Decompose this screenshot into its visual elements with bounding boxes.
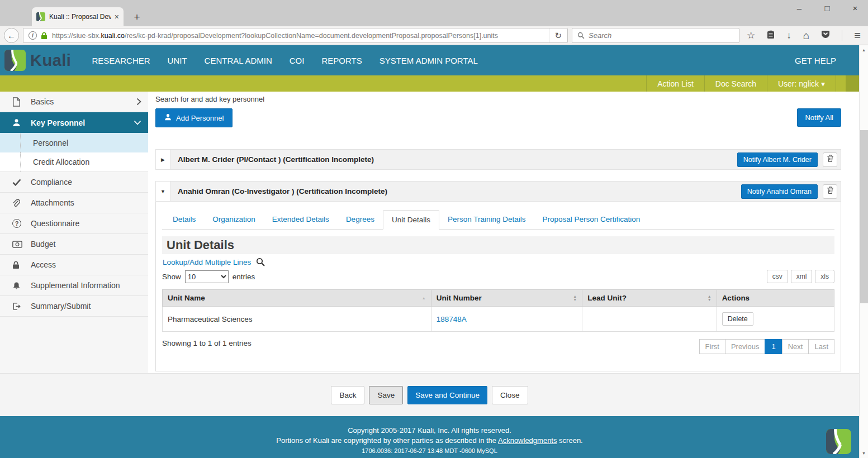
vertical-scrollbar[interactable]: ▲ ▼ xyxy=(859,45,868,458)
lead-unit-cell xyxy=(582,307,717,332)
person-tabs: Details Organization Extended Details De… xyxy=(162,210,834,230)
column-header-unit-name[interactable]: Unit Name▲ xyxy=(163,290,431,307)
page-info-icon[interactable]: i xyxy=(29,31,37,40)
save-and-continue-button[interactable]: Save and Continue xyxy=(407,386,487,404)
unit-details-heading: Unit Details xyxy=(162,236,834,254)
search-input[interactable] xyxy=(589,31,734,40)
brand-wordmark[interactable]: Kuali xyxy=(30,51,71,70)
close-button[interactable]: Close xyxy=(492,386,528,404)
sort-both-icon: ▲▼ xyxy=(570,295,577,301)
column-header-unit-number[interactable]: Unit Number▲▼ xyxy=(431,290,582,307)
sidebar-item-basics[interactable]: Basics xyxy=(0,92,148,112)
triangle-down-icon: ▼ xyxy=(160,189,165,194)
export-csv-button[interactable]: csv xyxy=(767,270,788,283)
bookmarks-menu-icon[interactable] xyxy=(767,30,775,41)
export-xml-button[interactable]: xml xyxy=(791,270,813,283)
chevron-down-icon xyxy=(134,120,141,125)
person-title: Albert M. Crider (PI/Contact ) (Certific… xyxy=(178,155,374,164)
entries-select[interactable]: 10 xyxy=(185,270,229,283)
lock-icon xyxy=(12,261,23,269)
lookup-add-multiple-lines-link[interactable]: Lookup/Add Multiple Lines xyxy=(163,258,251,266)
sidebar-item-supplemental-information[interactable]: Supplemental Information xyxy=(0,275,148,296)
pagination-first[interactable]: First xyxy=(699,339,725,354)
get-help-link[interactable]: GET HELP xyxy=(795,56,836,65)
reload-icon[interactable]: ↻ xyxy=(549,28,568,42)
back-button[interactable]: Back xyxy=(331,386,364,404)
build-info: 1706.0036: 2017-06-27 13:48 MDT -0600 My… xyxy=(0,447,859,454)
checkmark-icon xyxy=(12,179,23,186)
window-close-icon[interactable]: × xyxy=(850,3,860,13)
delete-person-button[interactable] xyxy=(823,184,837,199)
scroll-up-icon[interactable]: ▲ xyxy=(860,48,868,52)
notify-person-button[interactable]: Notify Albert M. Crider xyxy=(737,152,818,167)
add-personnel-button[interactable]: Add Personnel xyxy=(155,108,233,127)
app-footer: Copyright 2005-2017 Kuali, Inc. All righ… xyxy=(0,416,859,458)
sidebar-item-attachments[interactable]: Attachments xyxy=(0,193,148,213)
pagination-page-1[interactable]: 1 xyxy=(765,339,782,354)
tab-close-icon[interactable]: × xyxy=(115,12,119,21)
kuali-favicon xyxy=(36,12,45,21)
pagination: First Previous 1 Next Last xyxy=(700,339,834,354)
nav-reports[interactable]: REPORTS xyxy=(321,56,362,65)
tab-proposal-person-certification[interactable]: Proposal Person Certification xyxy=(534,210,649,230)
tab-extended-details[interactable]: Extended Details xyxy=(264,210,338,230)
scroll-down-icon[interactable]: ▼ xyxy=(860,451,868,455)
delete-row-button[interactable]: Delete xyxy=(722,312,753,326)
save-button[interactable]: Save xyxy=(369,386,403,404)
unit-number-link[interactable]: 188748A xyxy=(437,315,467,323)
nav-central-admin[interactable]: CENTRAL ADMIN xyxy=(205,56,272,65)
sidebar-item-summary-submit[interactable]: Summary/Submit xyxy=(0,296,148,317)
bell-icon xyxy=(12,282,23,290)
acknowledgments-link[interactable]: Acknowledgments xyxy=(498,436,557,445)
sidebar-item-credit-allocation[interactable]: Credit Allocation xyxy=(0,152,148,172)
kuali-logo[interactable] xyxy=(4,50,26,71)
notify-all-button[interactable]: Notify All xyxy=(797,108,841,127)
delete-person-button[interactable] xyxy=(823,152,837,167)
new-tab-button[interactable]: + xyxy=(130,11,144,23)
browser-tab[interactable]: Kuali :: Proposal Developme × xyxy=(32,7,124,26)
back-button[interactable]: ← xyxy=(4,28,19,43)
menu-icon[interactable]: ≡ xyxy=(854,29,861,42)
sidebar-item-personnel[interactable]: Personnel xyxy=(0,133,148,152)
pagination-previous[interactable]: Previous xyxy=(725,339,766,354)
bookmark-star-icon[interactable]: ☆ xyxy=(747,30,755,41)
lookup-search-icon[interactable] xyxy=(256,257,265,266)
browser-search[interactable] xyxy=(572,28,739,43)
export-xls-button[interactable]: xls xyxy=(815,270,834,283)
pocket-icon[interactable] xyxy=(821,30,830,41)
notify-person-button[interactable]: Notify Anahid Omran xyxy=(741,184,818,199)
column-header-lead-unit[interactable]: Lead Unit?▲▼ xyxy=(582,290,717,307)
nav-system-admin-portal[interactable]: SYSTEM ADMIN PORTAL xyxy=(380,56,478,65)
doc-search-link[interactable]: Doc Search xyxy=(704,75,767,92)
scrollbar-thumb[interactable] xyxy=(860,130,868,303)
tab-degrees[interactable]: Degrees xyxy=(338,210,383,230)
sidebar-item-compliance[interactable]: Compliance xyxy=(0,172,148,193)
expand-toggle[interactable]: ▶ xyxy=(156,150,170,169)
collapse-toggle[interactable]: ▼ xyxy=(156,182,170,201)
sidebar-item-key-personnel[interactable]: Key Personnel xyxy=(0,112,148,133)
nav-coi[interactable]: COI xyxy=(290,56,305,65)
action-bar-end-block xyxy=(846,75,859,92)
tab-person-training-details[interactable]: Person Training Details xyxy=(439,210,534,230)
sidebar-item-questionnaire[interactable]: ? Questionnaire xyxy=(0,213,148,234)
user-menu[interactable]: User: nglick ▾ xyxy=(767,75,836,92)
tab-organization[interactable]: Organization xyxy=(204,210,264,230)
chevron-right-icon xyxy=(136,98,141,106)
pagination-next[interactable]: Next xyxy=(782,339,809,354)
url-bar[interactable]: i https://siue-sbx.kuali.co/res/kc-pd-kr… xyxy=(23,28,568,43)
sidebar-item-budget[interactable]: Budget xyxy=(0,234,148,255)
main-content: Search for and add key personnel Add Per… xyxy=(148,92,859,373)
window-minimize-icon[interactable]: – xyxy=(794,3,804,13)
home-icon[interactable]: ⌂ xyxy=(803,30,809,42)
downloads-icon[interactable]: ↓ xyxy=(786,30,791,41)
window-maximize-icon[interactable]: □ xyxy=(822,3,832,13)
nav-unit[interactable]: UNIT xyxy=(168,56,187,65)
banknote-icon xyxy=(12,241,23,248)
https-lock-icon xyxy=(41,32,48,40)
nav-researcher[interactable]: RESEARCHER xyxy=(92,56,150,65)
tab-unit-details[interactable]: Unit Details xyxy=(383,210,439,230)
sidebar-item-access[interactable]: Access xyxy=(0,255,148,275)
action-list-link[interactable]: Action List xyxy=(646,75,704,92)
pagination-last[interactable]: Last xyxy=(808,339,834,354)
tab-details[interactable]: Details xyxy=(164,210,204,230)
